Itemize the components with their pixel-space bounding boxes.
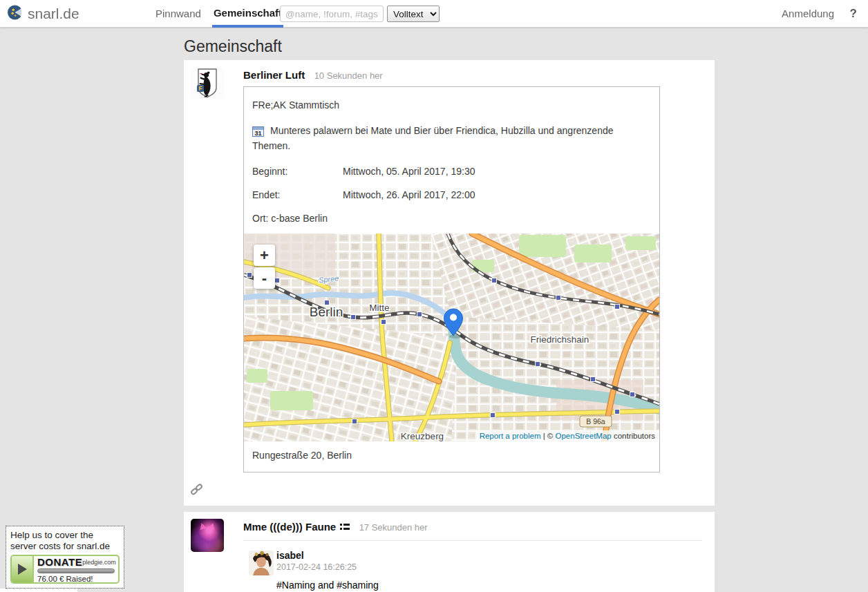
post-actions xyxy=(191,484,708,496)
map-canvas: B 96a Berlin Mitte Friedrichshain Kreuzb… xyxy=(244,233,659,441)
openstreetmap-link[interactable]: OpenStreetMap xyxy=(556,432,612,440)
search-input[interactable] xyxy=(280,6,384,22)
friendica-logo-icon xyxy=(7,4,23,23)
map-label-city: Berlin xyxy=(310,305,343,319)
search-scope-select[interactable]: Volltext xyxy=(387,6,440,22)
author-link[interactable]: Berliner Luft xyxy=(243,69,305,81)
help-icon[interactable]: ? xyxy=(850,0,857,28)
post-event: F Berliner Luft 10 Sekunden her FRe;AK S… xyxy=(184,60,715,506)
map-label-kreuzberg: Kreuzberg xyxy=(401,431,444,441)
donation-progress-bar xyxy=(37,569,115,573)
shared-author-link[interactable]: isabel xyxy=(276,550,304,561)
attribution-suffix: contributors xyxy=(612,432,655,440)
openstreetmap-embed[interactable]: B 96a Berlin Mitte Friedrichshain Kreuzb… xyxy=(244,233,659,441)
post-header: Mme (((de))) Faune 17 Sekunden her xyxy=(243,521,702,533)
post-header: Berliner Luft 10 Sekunden her xyxy=(243,69,702,82)
map-zoom-in-button[interactable]: + xyxy=(254,245,275,266)
event-card: FRe;AK Stammtisch 31Munteres palawern be… xyxy=(243,86,660,472)
community-stream: Gemeinschaft F xyxy=(184,28,715,592)
cutoff-widget xyxy=(0,589,77,592)
svg-text:F: F xyxy=(198,85,202,92)
avatar-isabel[interactable] xyxy=(249,551,274,575)
donation-widget: Help us to cover the server costs for sn… xyxy=(6,526,124,589)
top-navbar: snarl.de Pinnwand Gemeinschaft Volltext … xyxy=(0,0,868,28)
page-title: Gemeinschaft xyxy=(184,38,715,55)
event-start-label: Beginnt: xyxy=(252,166,343,177)
post-reshare: Mme (((de))) Faune 17 Sekunden her xyxy=(184,512,715,592)
post-timestamp: 17 Sekunden her xyxy=(359,522,428,533)
attribution-separator: | © xyxy=(540,432,555,440)
shared-text-hashtags[interactable]: #Naming and #shaming xyxy=(276,580,702,591)
brand-home-link[interactable]: snarl.de xyxy=(7,4,79,23)
forum-icon xyxy=(340,522,350,533)
search-scope-select-wrap: Volltext xyxy=(387,6,440,22)
calendar-icon: 31 xyxy=(252,126,264,137)
avatar-mme-faune[interactable] xyxy=(191,519,224,552)
author-link[interactable]: Mme (((de))) Faune xyxy=(243,521,336,533)
donation-message-line1: Help us to cover the xyxy=(10,530,120,541)
avatar-berliner-luft[interactable]: F xyxy=(191,67,224,100)
tab-pinnwand[interactable]: Pinnwand xyxy=(155,0,201,28)
map-zoom-out-button[interactable]: - xyxy=(254,267,275,289)
event-address: Rungestraße 20, Berlin xyxy=(252,450,651,461)
header-divider xyxy=(243,540,702,541)
permalink-icon[interactable] xyxy=(191,484,202,498)
site-name: snarl.de xyxy=(28,6,79,22)
play-icon xyxy=(12,556,34,582)
pledgie-badge[interactable]: DONATE pledgie.com 76.00 € Raised! xyxy=(10,555,120,584)
event-start-row: Beginnt: Mittwoch, 05. April 2017, 19:30 xyxy=(252,166,651,177)
donate-button[interactable]: DONATE xyxy=(37,557,82,567)
login-link[interactable]: Anmeldung xyxy=(782,0,834,28)
map-attribution: Report a problem | © OpenStreetMap contr… xyxy=(475,430,659,441)
map-label-mitte: Mitte xyxy=(369,303,389,313)
map-label-friedrichshain: Friedrichshain xyxy=(531,334,589,345)
donation-message-line2: server costs for snarl.de xyxy=(10,541,120,552)
event-title: FRe;AK Stammtisch xyxy=(252,99,651,111)
event-start-value: Mittwoch, 05. April 2017, 19:30 xyxy=(343,166,475,177)
event-description-text: Munteres palawern bei Mate und Bier über… xyxy=(252,125,614,151)
donation-raised-amount: 76.00 € Raised! xyxy=(37,575,116,583)
map-road-badge: B 96a xyxy=(580,416,612,427)
event-end-label: Endet: xyxy=(252,189,343,200)
event-end-row: Endet: Mittwoch, 26. April 2017, 22:00 xyxy=(252,189,651,200)
shared-timestamp: 2017-02-24 16:26:25 xyxy=(276,562,702,572)
map-park xyxy=(519,235,566,257)
svg-text:B 96a: B 96a xyxy=(586,417,605,426)
pledgie-brand: pledgie.com xyxy=(82,557,116,568)
post-timestamp: 10 Sekunden her xyxy=(314,70,383,81)
event-description: 31Munteres palawern bei Mate und Bier üb… xyxy=(252,123,651,153)
event-location: Ort: c-base Berlin xyxy=(252,213,651,224)
nav-tabs: Pinnwand Gemeinschaft xyxy=(155,0,283,28)
shared-post: isabel 2017-02-24 16:26:25 #Naming and #… xyxy=(249,549,702,591)
event-end-value: Mittwoch, 26. April 2017, 22:00 xyxy=(343,189,475,200)
tab-gemeinschaft[interactable]: Gemeinschaft xyxy=(212,0,283,28)
report-problem-link[interactable]: Report a problem xyxy=(480,432,541,440)
